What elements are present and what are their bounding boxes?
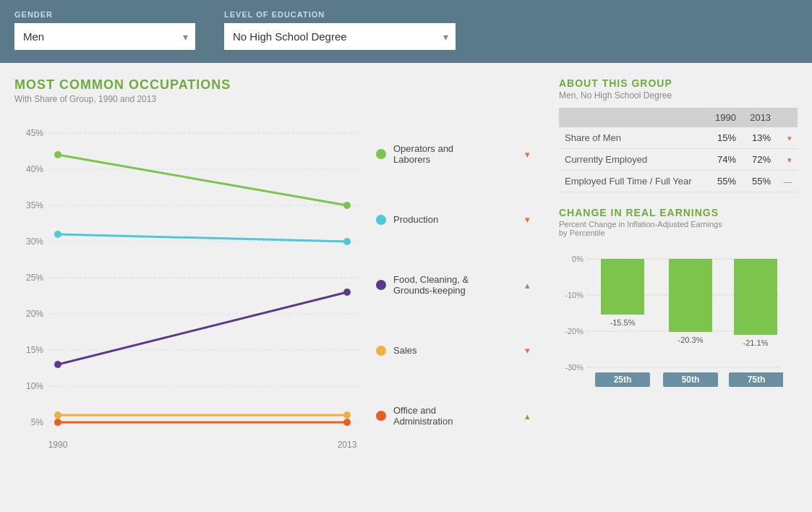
legend-production[interactable]: Production ▾ (376, 211, 530, 228)
left-panel: MOST COMMON OCCUPATIONS With Share of Gr… (14, 77, 537, 458)
row-employed-label: Currently Employed (559, 149, 707, 171)
legend-food[interactable]: Food, Cleaning, &Grounds-keeping ▴ (376, 271, 530, 299)
line-production (58, 234, 347, 242)
occupations-title: MOST COMMON OCCUPATIONS (14, 77, 537, 93)
bar-chart: 0% -10% -20% -30% -15.5% -20.3% -21.1% (559, 244, 798, 389)
row-share-1990: 15% (707, 127, 742, 149)
gender-filter: GENDER Men Women (14, 10, 195, 50)
svg-text:25%: 25% (26, 273, 43, 283)
svg-text:45%: 45% (26, 128, 43, 138)
svg-text:50th: 50th (682, 375, 700, 385)
about-title: ABOUT THIS GROUP (559, 77, 798, 89)
row-share-trend: ▾ (777, 127, 798, 149)
education-filter: LEVEL OF EDUCATION No High School Degree… (224, 10, 456, 50)
svg-text:40%: 40% (26, 164, 43, 174)
legend-trend-sales: ▾ (525, 345, 530, 356)
dot-operators-2013 (343, 202, 351, 209)
table-row-employed: Currently Employed 74% 72% ▾ (559, 149, 798, 171)
dot-office-1990 (54, 419, 61, 426)
legend-dot-office (376, 411, 386, 421)
svg-text:-20.3%: -20.3% (678, 336, 704, 344)
svg-text:30%: 30% (26, 236, 43, 247)
svg-text:-21.1%: -21.1% (743, 338, 769, 347)
legend-label-office: Office andAdministration (393, 405, 518, 427)
gender-select-wrapper[interactable]: Men Women (14, 23, 195, 50)
legend-label-food: Food, Cleaning, &Grounds-keeping (393, 274, 518, 296)
dot-food-1990 (54, 361, 61, 368)
education-select[interactable]: No High School Degree High School Degree… (224, 23, 456, 50)
legend-operators[interactable]: Operators andLaborers ▾ (376, 140, 530, 168)
legend-trend-operators: ▾ (525, 149, 530, 160)
chart-container: .grid-line { stroke: #ddd; stroke-width:… (14, 111, 537, 458)
legend-office[interactable]: Office andAdministration ▴ (376, 402, 530, 430)
main-content: MOST COMMON OCCUPATIONS With Share of Gr… (0, 63, 812, 473)
earnings-title: CHANGE IN REAL EARNINGS (559, 207, 798, 218)
svg-text:10%: 10% (26, 381, 43, 391)
dot-production-1990 (54, 231, 61, 238)
education-label: LEVEL OF EDUCATION (224, 10, 456, 19)
legend-label-operators: Operators andLaborers (393, 143, 518, 165)
svg-text:15%: 15% (26, 345, 43, 355)
svg-text:2013: 2013 (338, 440, 357, 450)
legend-label-production: Production (393, 214, 518, 225)
stats-table: 1990 2013 Share of Men 15% 13% ▾ Current… (559, 108, 798, 192)
line-chart: .grid-line { stroke: #ddd; stroke-width:… (14, 111, 369, 458)
bar-75th (734, 259, 777, 335)
row-employed-trend: ▾ (777, 149, 798, 171)
occupations-subtitle: With Share of Group, 1990 and 2013 (14, 94, 537, 104)
row-employed-2013: 72% (742, 149, 777, 171)
line-food (58, 292, 347, 364)
svg-text:-10%: -10% (565, 291, 584, 299)
row-fulltime-label: Employed Full Time / Full Year (559, 171, 707, 192)
dot-production-2013 (343, 238, 351, 245)
legend-dot-sales (376, 346, 386, 356)
line-operators (58, 155, 347, 205)
row-share-label: Share of Men (559, 127, 707, 149)
dot-office-2013 (343, 419, 351, 426)
gender-label: GENDER (14, 10, 195, 19)
row-share-2013: 13% (742, 127, 777, 149)
legend-sales[interactable]: Sales ▾ (376, 342, 530, 359)
table-row-fulltime: Employed Full Time / Full Year 55% 55% — (559, 171, 798, 192)
bar-25th (601, 259, 644, 315)
row-employed-1990: 74% (707, 149, 742, 171)
svg-text:-15.5%: -15.5% (610, 318, 636, 327)
dot-food-2013 (343, 289, 351, 296)
svg-text:20%: 20% (26, 309, 43, 319)
bar-chart-svg: 0% -10% -20% -30% -15.5% -20.3% -21.1% (559, 244, 783, 389)
svg-text:75th: 75th (748, 375, 766, 385)
col-trend-header (777, 108, 798, 127)
col-label-header (559, 108, 707, 127)
line-chart-svg: .grid-line { stroke: #ddd; stroke-width:… (14, 111, 369, 458)
svg-text:25th: 25th (614, 375, 632, 385)
legend-trend-office: ▴ (525, 411, 530, 422)
row-fulltime-2013: 55% (742, 171, 777, 192)
dot-sales-1990 (54, 411, 61, 419)
earnings-subtitle: Percent Change in Inflation-Adjusted Ear… (559, 220, 798, 237)
header: GENDER Men Women LEVEL OF EDUCATION No H… (0, 0, 812, 63)
col-2013-header: 2013 (742, 108, 777, 127)
svg-text:-30%: -30% (565, 363, 584, 372)
col-1990-header: 1990 (707, 108, 742, 127)
legend-area: Operators andLaborers ▾ Production ▾ Foo… (369, 111, 537, 458)
row-fulltime-1990: 55% (707, 171, 742, 192)
dot-operators-1990 (54, 151, 61, 158)
legend-trend-production: ▾ (525, 214, 530, 225)
legend-dot-food (376, 280, 386, 290)
bar-50th (669, 259, 712, 332)
dot-sales-2013 (343, 411, 351, 419)
legend-dot-operators (376, 149, 386, 159)
right-panel: ABOUT THIS GROUP Men, No High School Deg… (559, 77, 798, 458)
education-select-wrapper[interactable]: No High School Degree High School Degree… (224, 23, 456, 50)
svg-text:0%: 0% (572, 255, 584, 263)
gender-select[interactable]: Men Women (14, 23, 195, 50)
about-subtitle: Men, No High School Degree (559, 90, 798, 101)
table-row-share: Share of Men 15% 13% ▾ (559, 127, 798, 149)
svg-text:35%: 35% (26, 200, 43, 210)
svg-text:5%: 5% (31, 417, 44, 427)
legend-trend-food: ▴ (525, 280, 530, 291)
legend-label-sales: Sales (393, 345, 518, 356)
svg-text:-20%: -20% (565, 327, 584, 336)
legend-dot-production (376, 215, 386, 225)
svg-text:1990: 1990 (48, 440, 68, 450)
